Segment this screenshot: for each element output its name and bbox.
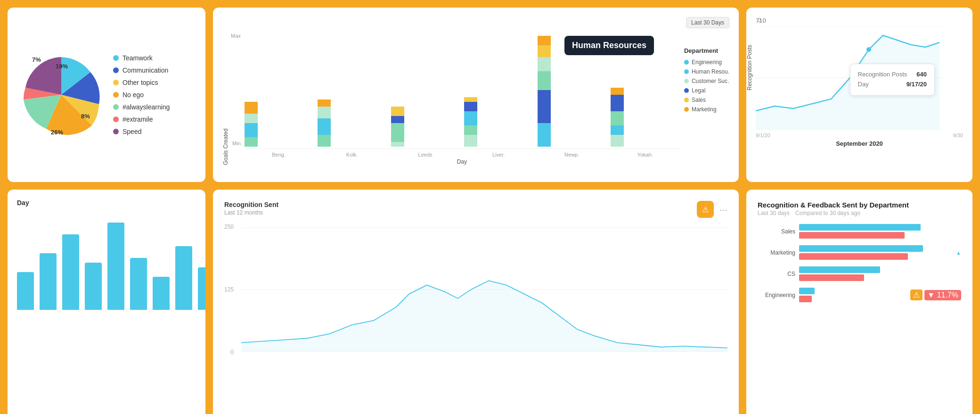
leeds-stack xyxy=(391,107,404,147)
dept-sales-bars xyxy=(799,224,961,239)
pie-chart-card: 7% 19% 8% 26% Teamwork Communication Oth… xyxy=(8,8,205,182)
day-chart-card: Day xyxy=(8,190,205,414)
rec-y-250: 250 xyxy=(224,224,234,230)
dept-mkt-red xyxy=(799,253,908,260)
bar-yokah xyxy=(611,88,679,147)
hr-label: Human Resou. xyxy=(692,68,729,75)
pie-legend: Teamwork Communication Other topics No e… xyxy=(113,54,170,135)
tooltip-rec-label: Recognition Posts xyxy=(858,70,907,80)
liver-stack xyxy=(464,97,477,147)
bar-liver xyxy=(464,97,533,147)
other-label: Other topics xyxy=(122,79,158,86)
kolk-stack xyxy=(318,99,331,147)
day-bar-1 xyxy=(17,272,34,310)
day-bar-7 xyxy=(153,277,170,310)
alert-icon[interactable]: ⚠ xyxy=(697,201,714,218)
noego-label: No ego xyxy=(122,91,144,99)
legend-item-alwayslearning: #alwayslearning xyxy=(113,103,170,111)
mkt-up-arrow: ▲ xyxy=(956,250,961,256)
dept-cs-blue xyxy=(799,266,880,273)
line-y-zero: 0 xyxy=(758,17,761,24)
legend-item-teamwork: Teamwork xyxy=(113,54,170,62)
sales-dot xyxy=(684,98,689,102)
eng-pct-badge: ▼ 11.7% xyxy=(924,290,961,300)
day-rect-8 xyxy=(175,246,192,310)
rec-sent-header: Recognition Sent Last 12 months ⚠ ··· xyxy=(224,201,727,222)
tooltip-day-label: Day xyxy=(858,80,869,90)
dots-menu[interactable]: ··· xyxy=(719,204,727,215)
dept-eng-bars xyxy=(799,288,904,302)
pct-26: 26% xyxy=(51,129,63,136)
line-month-label: September 2020 xyxy=(756,140,963,147)
newp-stack xyxy=(538,36,551,147)
sales-label: Sales xyxy=(692,97,706,103)
bar-chart-header: Last 30 Days xyxy=(222,17,729,28)
line-y-title: Recognition Posts xyxy=(746,45,753,91)
bar-beng xyxy=(245,102,313,147)
rec-sent-chart-area: 250 125 0 xyxy=(224,224,727,356)
rec-y-0: 0 xyxy=(230,349,234,356)
recognition-sent-card: Recognition Sent Last 12 months ⚠ ··· 25… xyxy=(213,190,739,414)
hr-dot xyxy=(684,69,689,74)
rec-sent-svg xyxy=(241,224,727,356)
eng-dot xyxy=(684,60,689,65)
dashboard-grid: 7% 19% 8% 26% Teamwork Communication Oth… xyxy=(0,0,980,414)
dept-chart-title: Recognition & Feedback Sent by Departmen… xyxy=(758,201,961,209)
dept-chart-card: Recognition & Feedback Sent by Departmen… xyxy=(746,190,972,414)
last-30-badge[interactable]: Last 30 Days xyxy=(686,17,729,28)
legal-label: Legal xyxy=(692,87,705,94)
dept-sales-blue xyxy=(799,224,921,231)
x-start: 9/1/20 xyxy=(756,132,770,138)
pct-7: 7% xyxy=(32,56,41,63)
other-dot xyxy=(113,80,119,85)
dept-row-engineering: Engineering ⚠ ▼ 11.7% xyxy=(758,288,961,302)
line-chart-header: 710 xyxy=(756,17,963,24)
y-max: Max xyxy=(231,33,241,39)
x-liver: Liver. xyxy=(464,152,533,157)
day-bar-6 xyxy=(130,258,147,310)
svg-marker-8 xyxy=(241,281,727,351)
dept-row-cs: CS xyxy=(758,266,961,281)
dept-cs-label: CS xyxy=(758,271,795,277)
bar-chart-card: Last 30 Days Goals Created Max Min xyxy=(213,8,739,182)
legend-item-noego: No ego xyxy=(113,91,170,99)
communication-label: Communication xyxy=(122,66,168,74)
tooltip-rec-value: 640 xyxy=(916,70,927,80)
bar-tooltip: Human Resources xyxy=(564,36,654,55)
legend-item-communication: Communication xyxy=(113,66,170,74)
x-kolk: Kolk. xyxy=(318,152,386,157)
bar-legend: Department Engineering Human Resou. Cust… xyxy=(679,33,729,165)
pct-8: 8% xyxy=(81,113,90,120)
beng-stack xyxy=(245,102,258,147)
dept-row-marketing: Marketing ▲ xyxy=(758,245,961,260)
speed-dot xyxy=(113,129,119,134)
dept-compare: Compared to 30 days ago xyxy=(795,210,860,216)
dept-subtitle: Last 30 days xyxy=(758,210,790,216)
tooltip-day-value: 9/17/20 xyxy=(906,80,927,90)
bar-leeds xyxy=(391,107,460,147)
rec-y-125: 125 xyxy=(224,286,234,293)
day-rect-9 xyxy=(198,267,205,310)
dept-row-sales: Sales xyxy=(758,224,961,239)
line-chart-card: 710 Recognition Posts Recognition Posts xyxy=(746,8,972,182)
y-min: Min xyxy=(232,141,241,146)
x-end: 9/30 xyxy=(953,132,963,138)
day-rect-6 xyxy=(130,258,147,310)
x-leeds: Leeds xyxy=(391,152,460,157)
yokah-stack xyxy=(611,88,624,147)
legend-item-other: Other topics xyxy=(113,79,170,86)
eng-alert-badge: ⚠ xyxy=(910,290,923,300)
bar-kolk xyxy=(318,99,386,147)
dept-cs-red xyxy=(799,274,864,281)
speed-label: Speed xyxy=(122,128,141,135)
eng-label: Engineering xyxy=(692,59,722,66)
alwayslearning-dot xyxy=(113,104,119,110)
alwayslearning-label: #alwayslearning xyxy=(122,103,170,111)
noego-dot xyxy=(113,92,119,98)
tooltip-rec-posts: Recognition Posts 640 xyxy=(858,70,927,80)
day-bar-9 xyxy=(198,267,205,310)
day-rect-7 xyxy=(153,277,170,310)
day-rect-2 xyxy=(40,253,57,310)
teamwork-label: Teamwork xyxy=(122,54,153,62)
eng-alert-icon: ⚠ xyxy=(913,290,920,299)
